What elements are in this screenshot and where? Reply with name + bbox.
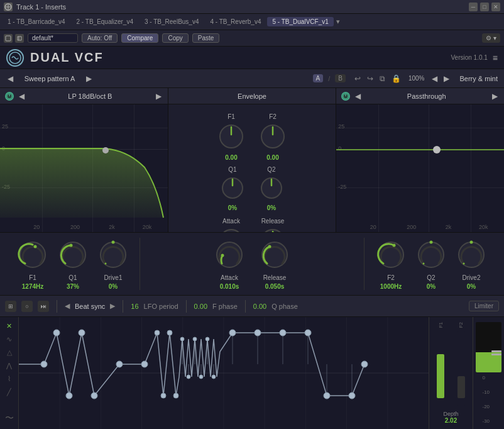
filter1-next[interactable]: ▶ xyxy=(155,92,163,101)
preset-icon-2[interactable] xyxy=(15,34,24,43)
gear-button[interactable]: ⚙ ▾ xyxy=(482,33,500,43)
env-release-knob[interactable] xyxy=(258,226,287,232)
wave-icon-ramp[interactable]: ⌇ xyxy=(8,375,11,383)
filter1-power-button[interactable] xyxy=(5,92,14,101)
vu-10db: -10 xyxy=(483,389,495,395)
f2-knob-value: 1000Hz xyxy=(380,283,402,290)
preset-name-input[interactable]: default* xyxy=(28,33,78,43)
plugin-tab-2[interactable]: 2 - TB_Equalizer_v4 xyxy=(72,17,138,26)
f2-knob[interactable] xyxy=(375,238,407,272)
vu-0db: 0 xyxy=(483,375,495,381)
plugin-logo xyxy=(6,49,24,67)
filter2-power-button[interactable] xyxy=(341,92,350,101)
beat-sync-next[interactable]: ▶ xyxy=(110,302,115,310)
vu-slider-handle[interactable] xyxy=(491,350,501,355)
f1-knob[interactable] xyxy=(16,238,49,272)
env-release-knob-svg[interactable] xyxy=(258,226,287,232)
env-f2-value: 0.00 xyxy=(266,154,278,161)
wave-icon-sine[interactable]: ∿ xyxy=(6,335,12,343)
lfo-icon-2[interactable]: ○ xyxy=(21,301,33,312)
close-button[interactable]: ✕ xyxy=(491,3,500,11)
wave-icon-triangle[interactable]: △ xyxy=(7,348,12,357)
maximize-button[interactable]: □ xyxy=(480,3,489,11)
f1-knob-svg[interactable] xyxy=(16,238,49,271)
pattern-name: Sweep pattern A xyxy=(18,75,81,82)
env-f2-knob-svg[interactable] xyxy=(258,122,287,151)
auto-button[interactable]: Auto: Off xyxy=(82,33,118,43)
svg-point-51 xyxy=(167,330,172,335)
q2-knob[interactable] xyxy=(415,238,447,272)
q1-knob[interactable] xyxy=(57,238,89,272)
wave-icon-line[interactable]: ╱ xyxy=(7,388,11,396)
env-f2-knob[interactable] xyxy=(258,122,287,152)
f2-knob-svg[interactable] xyxy=(375,238,407,271)
q1-knob-svg[interactable] xyxy=(57,238,89,271)
q2-knob-svg[interactable] xyxy=(415,238,447,271)
f-phase-label: F phase xyxy=(212,303,238,310)
f2-knob-label: F2 xyxy=(387,274,395,281)
undo-icon[interactable]: ↩ xyxy=(353,74,362,83)
wave-icon-x[interactable]: ✕ xyxy=(6,322,12,330)
ab-b-button[interactable]: B xyxy=(335,74,346,82)
tab-dropdown-arrow[interactable]: ▾ xyxy=(336,18,340,26)
main-attack-knob[interactable] xyxy=(213,238,246,272)
env-q2-knob[interactable] xyxy=(258,175,285,203)
main-attack-knob-svg[interactable] xyxy=(213,238,246,271)
paste-button[interactable]: Paste xyxy=(192,33,220,43)
vu-30db: -30 xyxy=(483,418,495,424)
zoom-prev-arrow[interactable]: ◀ xyxy=(430,74,439,83)
limiter-button[interactable]: Limiter xyxy=(469,301,499,311)
compare-button[interactable]: Compare xyxy=(121,33,158,43)
plugin-tab-5[interactable]: 5 - TB_DualVCF_v1 xyxy=(267,17,333,26)
pass-x-20k: 20k xyxy=(479,224,488,230)
copy-button[interactable]: Copy xyxy=(162,33,188,43)
filter2-prev[interactable]: ◀ xyxy=(354,92,362,101)
wave-icon-custom[interactable]: 〜 xyxy=(5,413,14,424)
pattern-bar: ◀ Sweep pattern A ▶ A / B ↩ ↪ ⧉ 🔒 100% ◀… xyxy=(0,69,504,88)
svg-point-45 xyxy=(79,330,85,336)
lfo-icon-3[interactable]: ⏭ xyxy=(38,301,49,312)
main-release-knob-svg[interactable] xyxy=(258,238,291,271)
drive1-knob-svg[interactable] xyxy=(97,238,129,271)
passthrough-slider-dot[interactable] xyxy=(433,146,441,153)
env-f1-knob-svg[interactable] xyxy=(217,122,246,151)
plugin-tab-4[interactable]: 4 - TB_Reverb_v4 xyxy=(205,17,266,26)
pattern-prev-arrow[interactable]: ◀ xyxy=(6,74,14,83)
filter1-prev[interactable]: ◀ xyxy=(18,92,26,101)
minimize-button[interactable]: ─ xyxy=(469,3,478,11)
env-attack-knob[interactable] xyxy=(217,226,246,232)
drive2-knob[interactable] xyxy=(455,238,488,272)
ab-a-button[interactable]: A xyxy=(313,74,324,82)
env-attack-knob-svg[interactable] xyxy=(217,226,246,232)
wave-icon-saw[interactable]: ⋀ xyxy=(6,362,12,370)
preset-icon-1[interactable] xyxy=(4,34,13,43)
plugin-tab-3[interactable]: 3 - TB_ReelBus_v4 xyxy=(140,17,204,26)
f1-depth-fill xyxy=(437,354,444,399)
filter1-curve-svg xyxy=(0,104,168,232)
env-panel-inner: F1 0.00 F2 xyxy=(168,104,336,232)
env-q1-value: 0% xyxy=(228,204,237,211)
drive2-knob-svg[interactable] xyxy=(455,238,488,271)
copy-icon[interactable]: ⧉ xyxy=(378,74,386,83)
filter2-next[interactable]: ▶ xyxy=(491,92,499,101)
f1-depth-bar[interactable] xyxy=(437,332,444,406)
filter1-control-dot[interactable] xyxy=(102,147,109,153)
pattern-next-arrow[interactable]: ▶ xyxy=(85,74,93,83)
main-release-knob[interactable] xyxy=(258,238,291,272)
drive1-knob[interactable] xyxy=(97,238,129,272)
env-f1-knob[interactable] xyxy=(217,122,246,152)
env-q1-knob[interactable] xyxy=(219,175,246,203)
lfo-icon-1[interactable]: ⊞ xyxy=(5,301,16,312)
beat-sync-prev[interactable]: ◀ xyxy=(65,302,70,310)
env-q1-knob-svg[interactable] xyxy=(219,175,246,201)
lfo-waveform-icons: ✕ ∿ △ ⋀ ⌇ ╱ 〜 xyxy=(0,317,19,429)
zoom-next-arrow[interactable]: ▶ xyxy=(442,74,451,83)
envelope-title: Envelope xyxy=(173,92,331,100)
plugin-tab-1[interactable]: 1 - TB_Barricade_v4 xyxy=(3,17,70,26)
lock-icon[interactable]: 🔒 xyxy=(390,74,402,83)
menu-icon[interactable]: ≡ xyxy=(493,53,498,63)
env-q2-knob-svg[interactable] xyxy=(258,175,285,201)
f2-depth-bar[interactable] xyxy=(457,332,465,406)
title-bar-icon xyxy=(4,3,13,11)
redo-icon[interactable]: ↪ xyxy=(366,74,375,83)
